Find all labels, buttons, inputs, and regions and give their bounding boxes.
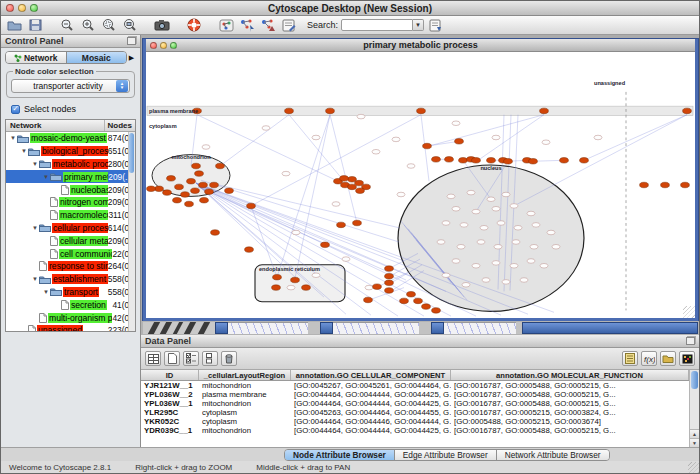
graph-node[interactable] (210, 182, 219, 188)
graph-node-unselected[interactable] (594, 135, 602, 140)
graph-node[interactable] (326, 108, 335, 114)
graph-node-unselected[interactable] (492, 135, 500, 140)
expand-arrow-icon[interactable]: ▼ (42, 174, 50, 180)
graph-node[interactable] (400, 298, 409, 304)
graph-node[interactable] (187, 178, 196, 184)
graph-node[interactable] (191, 188, 200, 194)
graph-node-unselected[interactable] (365, 285, 373, 290)
background-window-preview[interactable] (333, 322, 419, 334)
tab-edge-attribute-browser[interactable]: Edge Attribute Browser (394, 450, 496, 460)
graph-node[interactable] (273, 274, 282, 280)
graph-node-unselected[interactable] (472, 209, 480, 214)
graph-node-unselected[interactable] (342, 257, 350, 262)
table-scrollbar[interactable]: ▲ ▼ (689, 370, 699, 447)
tree-row[interactable]: ▼metabolic process280(0) (6, 158, 135, 171)
tree-row[interactable]: macromolecule311(0) (6, 209, 135, 222)
graph-node[interactable] (455, 139, 464, 145)
graph-node[interactable] (432, 157, 441, 163)
tree-scrollbar-thumb[interactable] (129, 133, 134, 173)
tree-row[interactable]: unassigned223(0) (6, 324, 135, 331)
table-row[interactable]: YKR052Ccytoplasm[GO:0044464, GO:0044446,… (141, 417, 689, 426)
background-window-titlebar[interactable] (522, 322, 698, 334)
background-window-preview[interactable] (228, 322, 308, 334)
graph-node-unselected[interactable] (510, 263, 518, 268)
graph-node[interactable] (432, 308, 441, 314)
graph-node-unselected[interactable] (437, 240, 445, 245)
graph-node-unselected[interactable] (520, 278, 528, 283)
graph-node-unselected[interactable] (532, 223, 540, 228)
matrix-icon[interactable] (679, 351, 695, 366)
graph-node-unselected[interactable] (540, 263, 548, 268)
graph-node-unselected[interactable] (442, 273, 450, 278)
function-builder-icon[interactable]: f(x) (641, 351, 657, 366)
scroll-down-icon[interactable]: ▼ (690, 438, 699, 447)
background-window-edge[interactable] (320, 322, 333, 334)
help-ring-icon[interactable] (185, 17, 203, 33)
graph-node-unselected[interactable] (442, 221, 450, 226)
graph-node[interactable] (459, 158, 468, 164)
open-file-icon[interactable] (5, 17, 23, 33)
graph-node[interactable] (423, 143, 432, 149)
tree-row[interactable]: cell communicat22(0) (6, 247, 135, 260)
graph-node[interactable] (199, 182, 208, 188)
annotation-icon[interactable] (280, 17, 298, 33)
graph-node[interactable] (661, 182, 670, 188)
scroll-up-icon[interactable]: ▲ (690, 429, 699, 438)
table-row[interactable]: YLR295Ccytoplasm[GO:0045263, GO:0044464,… (141, 408, 689, 417)
graph-node-unselected[interactable] (457, 244, 465, 249)
expand-arrow-icon[interactable]: ▼ (31, 276, 39, 282)
graph-node-unselected[interactable] (497, 221, 505, 226)
graph-node[interactable] (147, 186, 156, 192)
network-canvas[interactable]: plasma membranecytoplasmmitochondrionnuc… (146, 52, 695, 318)
graph-node-unselected[interactable] (292, 230, 300, 235)
graph-node[interactable] (353, 220, 362, 226)
graph-node[interactable] (302, 285, 311, 291)
zoom-fit-icon[interactable] (121, 17, 139, 33)
background-window-edge[interactable] (431, 322, 444, 334)
graph-node-unselected[interactable] (452, 206, 460, 211)
tree-col-network[interactable]: Network (6, 120, 105, 131)
graph-node[interactable] (385, 288, 394, 294)
graph-node-unselected[interactable] (462, 282, 470, 287)
graph-node[interactable] (340, 176, 349, 182)
tree-row[interactable]: ▼biological_process651(0) (6, 145, 135, 158)
graph-node[interactable] (681, 182, 690, 188)
graph-node-unselected[interactable] (542, 140, 550, 145)
graph-node[interactable] (205, 189, 214, 195)
import-attributes-icon[interactable] (660, 351, 676, 366)
node-color-dropdown[interactable]: transporter activity ▲▼ (11, 79, 130, 93)
graph-node[interactable] (640, 182, 649, 188)
graph-node[interactable] (417, 108, 426, 114)
graph-node-unselected[interactable] (407, 164, 415, 169)
graph-node[interactable] (414, 298, 423, 304)
graph-node[interactable] (445, 157, 454, 163)
graph-node-unselected[interactable] (527, 259, 535, 264)
graph-node[interactable] (272, 285, 281, 291)
graph-node[interactable] (580, 158, 589, 164)
graph-node[interactable] (337, 222, 346, 228)
select-nodes-checkbox[interactable]: ✓ (11, 105, 20, 114)
graph-node[interactable] (504, 158, 513, 164)
tree-row[interactable]: multi-organism pro42(0) (6, 311, 135, 324)
tab-node-attribute-browser[interactable]: Node Attribute Browser (285, 450, 394, 460)
graph-node-unselected[interactable] (472, 263, 480, 268)
graph-node-unselected[interactable] (357, 114, 365, 119)
graph-node-unselected[interactable] (514, 225, 522, 230)
tree-row[interactable]: ▼establishment of lo558(0) (6, 273, 135, 286)
graph-node-unselected[interactable] (202, 145, 210, 150)
table-row[interactable]: YJR121W__1mitochondrion[GO:0045267, GO:0… (141, 381, 689, 390)
graph-node[interactable] (407, 291, 416, 297)
graph-node-unselected[interactable] (480, 225, 488, 230)
col-id[interactable]: ID (141, 370, 199, 380)
table-row[interactable]: YPL036W__2plasma membrane[GO:0044464, GO… (141, 390, 689, 399)
graph-node[interactable] (385, 266, 394, 272)
graph-node[interactable] (291, 277, 300, 283)
graph-node-unselected[interactable] (492, 206, 500, 211)
graph-node-unselected[interactable] (262, 126, 270, 131)
graph-node[interactable] (683, 108, 692, 114)
graph-node[interactable] (285, 108, 294, 114)
table-scrollbar-thumb[interactable] (691, 371, 698, 389)
graph-node-unselected[interactable] (467, 190, 475, 195)
attribute-batch-icon[interactable] (202, 351, 218, 366)
tree-row[interactable]: nucleobase-209(0) (6, 183, 135, 196)
